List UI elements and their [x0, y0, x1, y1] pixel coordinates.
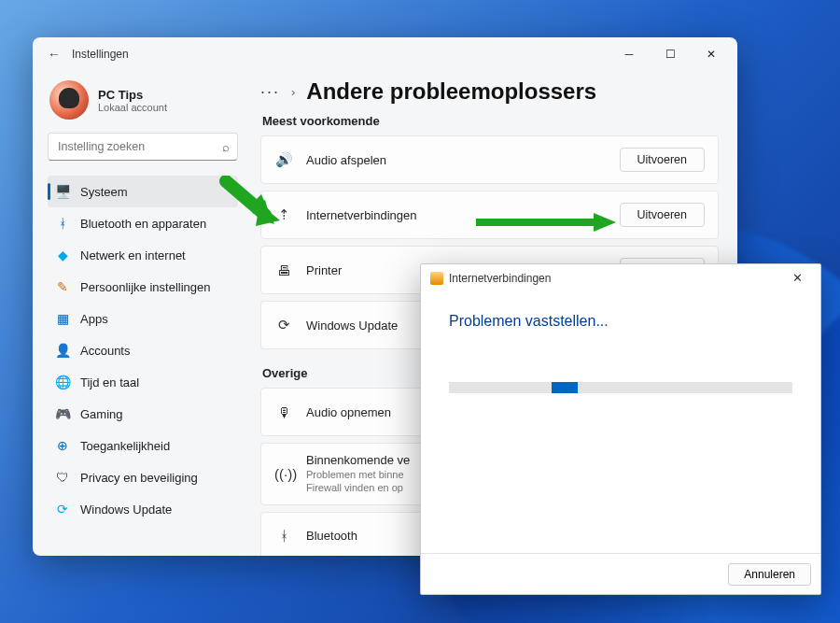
profile-sub: Lokaal account: [98, 102, 167, 113]
chevron-right-icon: ›: [291, 85, 295, 99]
person-icon: 👤: [55, 343, 70, 358]
progress-chunk: [552, 382, 578, 393]
refresh-icon: ⟳: [274, 317, 293, 333]
display-icon: 🖥️: [55, 184, 70, 199]
card-title: Audio afspelen: [306, 153, 607, 167]
dialog-footer: Annuleren: [421, 553, 820, 594]
close-button[interactable]: ✕: [691, 40, 732, 68]
troubleshooter-dialog: Internetverbindingen ✕ Problemen vastste…: [420, 263, 821, 595]
sidebar-item-tijd-en-taal[interactable]: 🌐 Tijd en taal: [48, 366, 238, 398]
breadcrumb: ··· › Andere probleemoplossers: [260, 78, 719, 105]
avatar: [49, 80, 89, 120]
sidebar-item-bluetooth-en-apparaten[interactable]: ᚼ Bluetooth en apparaten: [48, 207, 238, 239]
cancel-button[interactable]: Annuleren: [728, 563, 811, 586]
microphone-icon: 🎙: [274, 404, 293, 420]
sidebar: PC Tips Lokaal account ⌕ 🖥️ Systeemᚼ Blu…: [33, 71, 247, 556]
search-icon: ⌕: [222, 140, 230, 154]
sidebar-item-label: Bluetooth en apparaten: [80, 217, 206, 231]
sidebar-item-label: Netwerk en internet: [80, 248, 186, 262]
search-box[interactable]: ⌕: [48, 133, 238, 161]
wifi-icon: ◆: [55, 248, 70, 262]
antenna-icon: ((·)): [274, 466, 293, 482]
dialog-body: Problemen vaststellen...: [421, 292, 820, 553]
brush-icon: ✎: [55, 279, 70, 294]
sidebar-item-systeem[interactable]: 🖥️ Systeem: [48, 176, 238, 207]
sidebar-item-label: Privacy en beveiliging: [80, 471, 198, 485]
sidebar-item-windows-update[interactable]: ⟳ Windows Update: [48, 493, 238, 525]
titlebar: ← Instellingen ─ ☐ ✕: [33, 37, 737, 71]
search-input[interactable]: [56, 139, 222, 154]
window-title: Instellingen: [72, 48, 129, 61]
wifi-signal-icon: ⇡: [274, 206, 293, 223]
card-title: Internetverbindingen: [306, 208, 607, 222]
profile-block[interactable]: PC Tips Lokaal account: [49, 80, 238, 120]
profile-name: PC Tips: [98, 88, 167, 102]
sidebar-item-gaming[interactable]: 🎮 Gaming: [48, 398, 238, 430]
bluetooth-icon: ᚼ: [55, 216, 70, 231]
sidebar-item-toegankelijkheid[interactable]: ⊕ Toegankelijkheid: [48, 430, 238, 461]
sidebar-item-accounts[interactable]: 👤 Accounts: [48, 334, 238, 366]
minimize-button[interactable]: ─: [609, 40, 650, 68]
dialog-app-icon: [430, 272, 443, 285]
dialog-close-button[interactable]: ✕: [777, 265, 817, 291]
maximize-button[interactable]: ☐: [650, 40, 691, 68]
dialog-status-text: Problemen vaststellen...: [449, 313, 792, 330]
speaker-icon: 🔊: [274, 151, 293, 168]
page-title: Andere probleemoplossers: [306, 78, 596, 105]
sidebar-item-label: Toegankelijkheid: [80, 439, 170, 453]
run-button[interactable]: Uitvoeren: [620, 148, 706, 172]
sidebar-item-apps[interactable]: ▦ Apps: [48, 303, 238, 334]
back-button[interactable]: ←: [48, 47, 66, 62]
nav-list: 🖥️ Systeemᚼ Bluetooth en apparaten◆ Netw…: [48, 176, 238, 525]
sidebar-item-label: Apps: [80, 312, 108, 326]
printer-icon: 🖶: [274, 262, 293, 278]
troubleshooter-card: ⇡ Internetverbindingen Uitvoeren: [260, 191, 719, 239]
dialog-title: Internetverbindingen: [449, 272, 551, 285]
window-controls: ─ ☐ ✕: [609, 40, 732, 68]
dialog-titlebar: Internetverbindingen ✕: [421, 264, 820, 292]
section-most-common: Meest voorkomende: [262, 114, 719, 128]
sidebar-item-label: Gaming: [80, 407, 123, 421]
sidebar-item-label: Systeem: [80, 185, 128, 199]
sidebar-item-persoonlijke-instellingen[interactable]: ✎ Persoonlijke instellingen: [48, 271, 238, 303]
run-button[interactable]: Uitvoeren: [620, 203, 706, 227]
gamepad-icon: 🎮: [55, 406, 70, 421]
breadcrumb-dots[interactable]: ···: [260, 82, 280, 102]
sidebar-item-privacy-en-beveiliging[interactable]: 🛡 Privacy en beveiliging: [48, 461, 238, 493]
sidebar-item-label: Accounts: [80, 344, 130, 358]
sidebar-item-label: Tijd en taal: [80, 375, 139, 389]
sync-icon: ⟳: [55, 502, 70, 517]
bluetooth2-icon: ᚼ: [274, 528, 293, 544]
sidebar-item-label: Persoonlijke instellingen: [80, 280, 210, 294]
globe-icon: 🌐: [55, 375, 70, 389]
troubleshooter-card: 🔊 Audio afspelen Uitvoeren: [260, 135, 719, 184]
accessibility-icon: ⊕: [55, 438, 70, 453]
apps-icon: ▦: [55, 311, 70, 326]
progress-bar: [449, 382, 792, 393]
sidebar-item-label: Windows Update: [80, 503, 172, 517]
sidebar-item-netwerk-en-internet[interactable]: ◆ Netwerk en internet: [48, 239, 238, 271]
shield-icon: 🛡: [55, 470, 70, 485]
